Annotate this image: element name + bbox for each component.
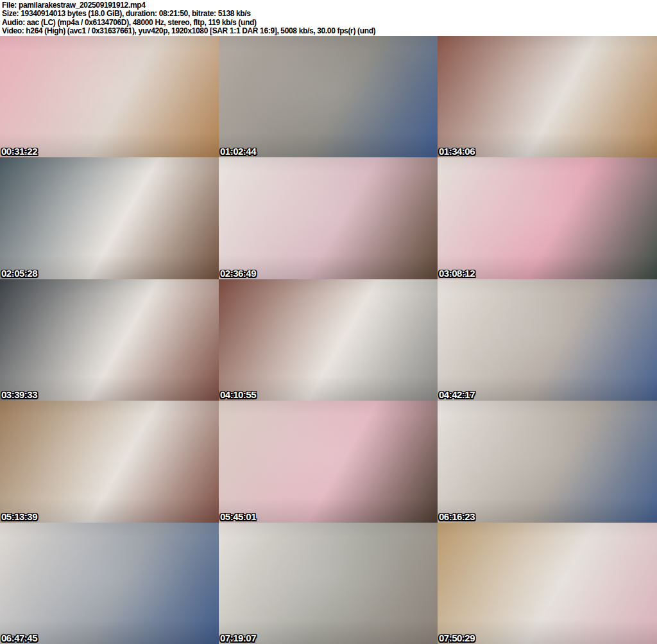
video-thumbnail: 05:45:01 <box>219 401 438 522</box>
video-thumbnail: 06:16:23 <box>438 401 657 522</box>
timestamp-overlay: 03:08:12 <box>439 268 475 279</box>
video-thumbnail: 07:19:07 <box>219 523 438 644</box>
video-thumbnail: 03:39:33 <box>0 279 219 401</box>
timestamp-overlay: 05:13:39 <box>1 511 37 522</box>
size-info-line: Size: 19340914013 bytes (18.0 GiB), dura… <box>2 10 657 18</box>
timestamp-overlay: 04:42:17 <box>439 389 475 400</box>
media-info-header: File: pamilarakestraw_202509191912.mp4 S… <box>0 0 657 36</box>
timestamp-overlay: 04:10:55 <box>220 389 256 400</box>
timestamp-overlay: 00:31:22 <box>1 146 37 157</box>
video-thumbnail: 06:47:45 <box>0 523 219 644</box>
video-thumbnail: 04:10:55 <box>219 279 438 401</box>
timestamp-overlay: 02:05:28 <box>1 268 37 279</box>
file-info-line: File: pamilarakestraw_202509191912.mp4 <box>2 1 657 10</box>
timestamp-overlay: 07:19:07 <box>220 632 256 643</box>
timestamp-overlay: 03:39:33 <box>1 389 37 400</box>
video-thumbnail: 02:36:49 <box>219 157 438 279</box>
timestamp-overlay: 05:45:01 <box>220 511 256 522</box>
timestamp-overlay: 02:36:49 <box>220 268 256 279</box>
audio-info-line: Audio: aac (LC) (mp4a / 0x6134706D), 480… <box>2 19 657 27</box>
video-thumbnail: 01:34:06 <box>438 36 657 157</box>
video-info-line: Video: h264 (High) (avc1 / 0x31637661), … <box>2 27 657 35</box>
video-thumbnail: 07:50:29 <box>438 523 657 644</box>
video-thumbnail: 05:13:39 <box>0 401 219 522</box>
thumbnail-grid: 00:31:22 01:02:44 01:34:06 02:05:28 02:3… <box>0 36 657 644</box>
timestamp-overlay: 01:34:06 <box>439 146 475 157</box>
video-thumbnail: 02:05:28 <box>0 157 219 279</box>
timestamp-overlay: 06:47:45 <box>1 632 37 643</box>
video-thumbnail: 04:42:17 <box>438 279 657 401</box>
timestamp-overlay: 01:02:44 <box>220 146 256 157</box>
timestamp-overlay: 06:16:23 <box>439 511 475 522</box>
video-contact-sheet: File: pamilarakestraw_202509191912.mp4 S… <box>0 0 657 644</box>
video-thumbnail: 03:08:12 <box>438 157 657 279</box>
video-thumbnail: 01:02:44 <box>219 36 438 157</box>
timestamp-overlay: 07:50:29 <box>439 632 475 643</box>
video-thumbnail: 00:31:22 <box>0 36 219 157</box>
